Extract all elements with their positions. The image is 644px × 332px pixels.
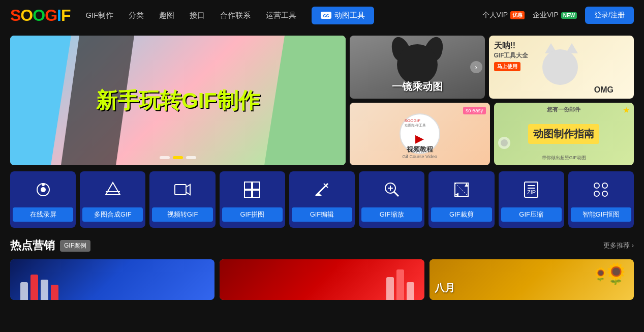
hero-right-top: 一镜乘动图 › 天呐!! GIF工具大全 马上使用 OMG — [350, 36, 634, 99]
cc-icon: cc — [321, 12, 331, 19]
section-title: 热点营销 — [10, 238, 55, 253]
guide-sub-title: 带你做出超赞GIF动图 — [494, 155, 634, 161]
svg-marker-5 — [106, 183, 120, 195]
svg-line-17 — [394, 192, 398, 196]
tools-grid: 在线录屏 多图合成GIF 视频转GIF GIF拼图 GIF编辑 — [10, 171, 634, 228]
video-badge: so easy — [463, 107, 485, 114]
gif-cutout-label: 智能GIF抠图 — [571, 207, 631, 222]
cat-face — [542, 49, 578, 85]
personal-vip-label: 个人VIP — [482, 11, 508, 20]
gif-compress-label: GIF压缩 — [501, 207, 562, 222]
dot-3[interactable] — [186, 156, 196, 159]
cat-card-btn[interactable]: 马上使用 — [494, 62, 520, 71]
navbar: SOOGIF GIF制作 分类 趣图 接口 合作联系 运营工具 cc 动图工具 … — [0, 0, 644, 31]
guide-main-title: 动图制作指南 — [528, 124, 599, 144]
hero-main-banner[interactable]: 新手玩转GIF制作 — [10, 36, 346, 165]
svg-rect-9 — [244, 182, 252, 189]
gif-puzzle-label: GIF拼图 — [222, 207, 283, 222]
hero-card-guide[interactable]: 您有一份邮件 ★ 动图制作指南 带你做出超赞GIF动图 — [494, 103, 634, 166]
svg-rect-12 — [253, 190, 260, 197]
svg-point-30 — [594, 191, 599, 196]
tool-video-gif[interactable]: 视频转GIF — [149, 171, 215, 228]
video-gif-label: 视频转GIF — [152, 207, 212, 222]
nav-right: 个人VIP 优惠 企业VIP NEW 登录/注册 — [482, 7, 634, 24]
screen-record-icon — [34, 180, 52, 202]
gif-crop-icon — [452, 180, 471, 202]
gif-edit-icon — [313, 180, 331, 202]
svg-rect-7 — [175, 185, 186, 195]
nav-active-tool[interactable]: cc 动图工具 — [312, 7, 374, 24]
tool-gif-crop[interactable]: GIF裁剪 — [428, 171, 494, 228]
hero-right-bottom: SOOGIF 动图制作工具 ▶ so easy 视频教程 Gif Course … — [350, 103, 634, 166]
gif-cutout-icon — [592, 180, 610, 202]
cat-card-title: 天呐!! GIF工具大全 马上使用 — [494, 41, 529, 71]
hero-area: 新手玩转GIF制作 一镜乘动图 › — [10, 36, 634, 165]
section-header: 热点营销 GIF案例 更多推荐 › — [10, 238, 634, 253]
svg-point-1 — [501, 139, 508, 146]
svg-rect-11 — [244, 190, 252, 197]
dog-card-arrow[interactable]: › — [470, 61, 482, 73]
nav-cooperate[interactable]: 合作联系 — [220, 11, 251, 20]
personal-vip[interactable]: 个人VIP 优惠 — [482, 11, 525, 20]
content-card-red[interactable] — [220, 259, 424, 300]
tool-screen-record[interactable]: 在线录屏 — [10, 171, 76, 228]
gif-puzzle-icon — [243, 180, 261, 202]
dot-2[interactable] — [173, 156, 183, 159]
nav-active-label: 动图工具 — [334, 11, 365, 20]
tool-gif-puzzle[interactable]: GIF拼图 — [220, 171, 285, 228]
multi-gif-icon — [104, 180, 122, 202]
gif-edit-label: GIF编辑 — [292, 207, 352, 222]
section-badge: GIF案例 — [60, 240, 90, 252]
star-icon: ★ — [623, 105, 630, 115]
nav-fun[interactable]: 趣图 — [159, 11, 174, 20]
svg-point-31 — [602, 191, 607, 196]
hero-card-cat[interactable]: 天呐!! GIF工具大全 马上使用 OMG — [489, 36, 634, 99]
logo[interactable]: SOOGIF — [10, 6, 70, 25]
screen-record-label: 在线录屏 — [13, 207, 73, 222]
svg-marker-22 — [465, 183, 468, 187]
gif-zoom-label: GIF缩放 — [361, 207, 422, 222]
content-card-blue[interactable] — [10, 259, 214, 300]
personal-vip-badge: 优惠 — [510, 11, 525, 19]
nav-links: GIF制作 分类 趣图 接口 合作联系 运营工具 cc 动图工具 — [85, 7, 482, 24]
enterprise-vip[interactable]: 企业VIP NEW — [533, 11, 577, 20]
video-title: 视频教程 Gif Course Video — [350, 145, 490, 159]
multi-gif-label: 多图合成GIF — [82, 207, 143, 222]
hero-main-text: 新手玩转GIF制作 — [96, 86, 260, 115]
tool-gif-cutout[interactable]: 智能GIF抠图 — [568, 171, 634, 228]
gif-zoom-icon — [383, 180, 401, 202]
gif-crop-label: GIF裁剪 — [431, 207, 492, 222]
section-more[interactable]: 更多推荐 › — [603, 241, 634, 250]
enterprise-vip-badge: NEW — [561, 12, 577, 19]
tool-gif-zoom[interactable]: GIF缩放 — [359, 171, 424, 228]
svg-text:ZIP: ZIP — [527, 189, 536, 195]
gif-compress-icon: ZIP — [522, 180, 540, 202]
svg-point-4 — [42, 183, 45, 186]
hero-dots — [160, 156, 196, 159]
content-cards: 八月 🌻 🌻 — [10, 259, 634, 300]
svg-marker-8 — [186, 185, 190, 195]
hero-card-video[interactable]: SOOGIF 动图制作工具 ▶ so easy 视频教程 Gif Course … — [350, 103, 490, 166]
svg-point-28 — [594, 183, 599, 188]
svg-marker-23 — [455, 193, 458, 196]
tool-gif-compress[interactable]: ZIP GIF压缩 — [499, 171, 564, 228]
video-play-icon: ▶ — [415, 132, 424, 145]
nav-category[interactable]: 分类 — [129, 11, 144, 20]
video-gif-icon — [173, 180, 192, 202]
cat-card-omg: OMG — [594, 85, 614, 95]
dog-body — [397, 44, 438, 85]
hero-card-dog[interactable]: 一镜乘动图 › — [350, 36, 485, 99]
content-card-yellow[interactable]: 八月 🌻 🌻 — [430, 259, 634, 300]
guide-intro: 您有一份邮件 — [494, 106, 634, 113]
login-button[interactable]: 登录/注册 — [585, 7, 634, 24]
dot-1[interactable] — [160, 156, 170, 159]
nav-tools[interactable]: 运营工具 — [266, 11, 296, 20]
tool-gif-edit[interactable]: GIF编辑 — [289, 171, 355, 228]
tool-multi-gif[interactable]: 多图合成GIF — [80, 171, 145, 228]
video-label: SOOGIF 动图制作工具 — [405, 118, 426, 128]
hero-right: 一镜乘动图 › 天呐!! GIF工具大全 马上使用 OMG — [350, 36, 634, 165]
nav-gif-make[interactable]: GIF制作 — [85, 11, 113, 20]
svg-point-3 — [41, 187, 46, 192]
main-content: 新手玩转GIF制作 一镜乘动图 › — [0, 31, 644, 305]
nav-api[interactable]: 接口 — [190, 11, 205, 20]
